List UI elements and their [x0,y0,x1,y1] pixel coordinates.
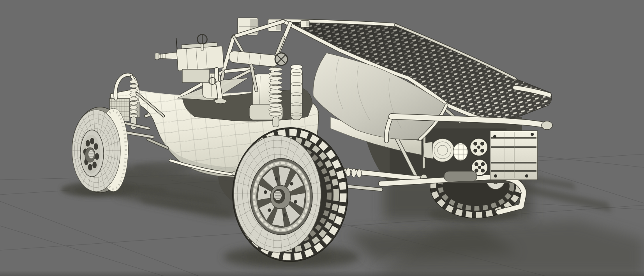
front-left-wheel [72,107,128,193]
viewport-canvas[interactable]: Hidden-line shaded wireframe render of a… [0,0,644,276]
rear-left-wheel [233,128,348,262]
bottom-vignette [0,271,644,276]
viewport-3d[interactable]: Hidden-line shaded wireframe render of a… [0,0,644,276]
